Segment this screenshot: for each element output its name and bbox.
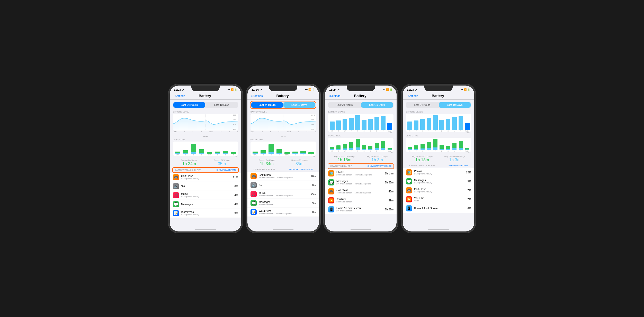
app-row[interactable]: ▶️ YouTube Audio 7% bbox=[403, 195, 474, 204]
stat-screen-on: Screen On Usage 1h 34m bbox=[251, 159, 283, 166]
nav-back[interactable]: ‹ Settings bbox=[173, 94, 185, 97]
back-chevron: ‹ bbox=[406, 94, 407, 97]
app-row[interactable]: 🎵 Music Background Activity 4% bbox=[170, 191, 241, 200]
app-info: Music 2 min on screen – 23 min backgroun… bbox=[259, 192, 311, 197]
notch bbox=[347, 86, 375, 91]
usage-chart: M T W T F bbox=[328, 138, 393, 154]
segment-24h[interactable]: Last 24 Hours bbox=[329, 102, 361, 108]
app-info: WordPress 2 min on screen – 5 min backgr… bbox=[259, 210, 312, 215]
segment-highlight: Last 24 Hours Last 10 Days bbox=[250, 101, 316, 109]
phone-screen: 11:24 ↗ ▪▪▪ 📶 🔋 ‹ Settings Battery bbox=[247, 86, 319, 231]
app-value: 4% bbox=[235, 203, 238, 206]
app-value: 7% bbox=[468, 189, 471, 192]
usage-label: USAGE TIME bbox=[403, 134, 474, 137]
signal-icon: ▪▪▪ bbox=[305, 88, 308, 91]
app-icon: 📱 bbox=[406, 205, 412, 211]
stat2-label: Screen Off Usage bbox=[283, 159, 316, 161]
app-row[interactable]: 📝 WordPress 2 min on screen – 5 min back… bbox=[247, 208, 319, 217]
stat-screen-on: Screen On Usage 1h 34m bbox=[173, 159, 205, 166]
app-sub: Background Activity bbox=[181, 213, 235, 216]
app-info: Golf Clash 44 min on screen – 1 min back… bbox=[259, 174, 311, 179]
usage-chart: M T W T F bbox=[406, 138, 471, 154]
app-icon: 🔊 bbox=[173, 183, 179, 189]
app-list: 🎮 Golf Clash Background Activity 61% 🔊 S… bbox=[170, 173, 241, 218]
app-name: Golf Clash bbox=[181, 175, 233, 178]
nav-title: Battery bbox=[185, 94, 225, 98]
app-row[interactable]: 🎵 Music 2 min on screen – 23 min backgro… bbox=[247, 190, 319, 199]
app-value: 46m bbox=[389, 190, 393, 193]
app-row[interactable]: 💬 Messages 8 min on screen 9m bbox=[247, 199, 319, 208]
list-header-action[interactable]: SHOW BATTERY USAGE bbox=[368, 165, 391, 167]
segment-24h[interactable]: Last 24 Hours bbox=[173, 102, 205, 108]
list-header-action[interactable]: SHOW USAGE TIME bbox=[449, 164, 468, 167]
list-header-label: USAGE TIME BY APP bbox=[254, 168, 275, 171]
segment-control: Last 24 Hours Last 10 Days bbox=[406, 102, 471, 108]
app-row[interactable]: 💬 Messages Background Activity 9% bbox=[403, 177, 474, 186]
stat2-label: Avg. Screen Off Usage bbox=[361, 155, 393, 157]
app-value: 1h 14m bbox=[385, 172, 393, 175]
battery-chart: M T W T F S S M bbox=[328, 114, 393, 134]
app-icon: 📝 bbox=[251, 209, 257, 215]
app-row[interactable]: 💬 Messages 4% bbox=[170, 200, 241, 209]
app-row[interactable]: 📱 Home & Lock Screen 6% bbox=[403, 204, 474, 213]
segment-control: Last 24 Hours Last 10 Days bbox=[251, 102, 316, 108]
battery-icon: 🔋 bbox=[234, 88, 237, 91]
stat2-label: Avg. Screen Off Usage bbox=[439, 155, 471, 157]
app-name: Siri bbox=[181, 185, 235, 188]
battery-label: BATTERY LEVEL bbox=[247, 110, 319, 113]
app-value: 12% bbox=[466, 171, 471, 174]
battery-icon: 🔋 bbox=[467, 88, 470, 91]
app-value: 46m bbox=[311, 175, 316, 178]
nav-back[interactable]: ‹ Settings bbox=[406, 94, 418, 97]
segment-10d[interactable]: Last 10 Days bbox=[439, 102, 471, 108]
app-info: Messages Background Activity bbox=[414, 179, 468, 184]
status-icons: ▪▪▪ 📶 🔋 bbox=[227, 88, 237, 91]
wifi-icon: 📶 bbox=[386, 88, 389, 91]
back-label: Settings bbox=[253, 94, 263, 97]
app-value: 7% bbox=[468, 198, 471, 201]
app-value: 25m bbox=[311, 193, 316, 196]
app-sub: 2 min on screen – 23 min background bbox=[259, 194, 311, 197]
status-time: 11:24 ↗ bbox=[174, 88, 184, 91]
app-row[interactable]: 🔊 Siri 0m bbox=[247, 181, 319, 190]
segment-24h[interactable]: Last 24 Hours bbox=[406, 102, 438, 108]
app-row[interactable]: 🔊 Siri 6% bbox=[170, 182, 241, 191]
app-row[interactable]: 📝 WordPress Background Activity 3% bbox=[170, 209, 241, 218]
app-row[interactable]: 🎮 Golf Clash 44 min on screen – 1 min ba… bbox=[325, 187, 397, 196]
segment-10d[interactable]: Last 10 Days bbox=[283, 102, 315, 108]
app-row[interactable]: 🖼️ Photos Background Activity 12% bbox=[403, 168, 474, 177]
list-header-action[interactable]: SHOW BATTERY USAGE bbox=[289, 168, 313, 171]
usage-label: USAGE TIME bbox=[325, 134, 397, 137]
nav-back[interactable]: ‹ Settings bbox=[329, 94, 340, 97]
app-sub: 2.4 hrs on screen bbox=[336, 210, 385, 212]
app-sub: 2 min on screen – 5 min background bbox=[259, 212, 312, 215]
segment-24h[interactable]: Last 24 Hours bbox=[251, 102, 283, 108]
app-list: 🎮 Golf Clash 44 min on screen – 1 min ba… bbox=[247, 172, 319, 217]
app-row[interactable]: 💬 Messages 2.4 hrs on screen – 4 min bac… bbox=[325, 178, 397, 187]
app-name: Messages bbox=[259, 201, 312, 203]
app-info: Messages bbox=[181, 203, 235, 206]
segment-10d[interactable]: Last 10 Days bbox=[361, 102, 393, 108]
list-header-action[interactable]: SHOW USAGE TIME bbox=[217, 169, 236, 171]
app-value: 4% bbox=[235, 194, 238, 197]
app-list-header: BATTERY USAGE BY APP SHOW USAGE TIME bbox=[173, 168, 238, 172]
app-row[interactable]: ▶️ YouTube 38 min on screen 39m bbox=[325, 196, 397, 205]
list-header-label: USAGE TIME BY APP bbox=[330, 165, 352, 167]
battery-icon: 🔋 bbox=[390, 88, 392, 91]
segment-10d[interactable]: Last 10 Days bbox=[206, 102, 238, 108]
app-info: WordPress Background Activity bbox=[181, 211, 235, 216]
app-row[interactable]: 🖼️ Photos 29 min on screen – 44 min back… bbox=[325, 169, 397, 178]
phone-frame: 11:24 ↗ ▪▪▪ 📶 🔋 ‹ Settings Battery bbox=[401, 84, 476, 233]
app-name: Home & Lock Screen bbox=[414, 207, 468, 210]
app-list: 🖼️ Photos Background Activity 12% 💬 Mess… bbox=[403, 168, 474, 213]
app-row[interactable]: 🎮 Golf Clash Background Activity 61% bbox=[170, 173, 241, 182]
phone-4: 11:24 ↗ ▪▪▪ 📶 🔋 ‹ Settings Battery bbox=[401, 84, 476, 233]
stat1-value: 1h 34m bbox=[173, 162, 205, 166]
app-row[interactable]: 🎮 Golf Clash 44 min on screen – 1 min ba… bbox=[247, 172, 319, 181]
nav-back[interactable]: ‹ Settings bbox=[251, 94, 263, 97]
app-row[interactable]: 📱 Home & Lock Screen 2.4 hrs on screen 2… bbox=[325, 205, 397, 214]
app-row[interactable]: 🎮 Golf Clash Background Activity 7% bbox=[403, 186, 474, 195]
app-name: Messages bbox=[181, 203, 235, 206]
stat-screen-off: Avg. Screen Off Usage 1h 3m bbox=[361, 155, 393, 162]
phone-1: 11:24 ↗ ▪▪▪ 📶 🔋 ‹ Settings Battery bbox=[168, 84, 243, 233]
